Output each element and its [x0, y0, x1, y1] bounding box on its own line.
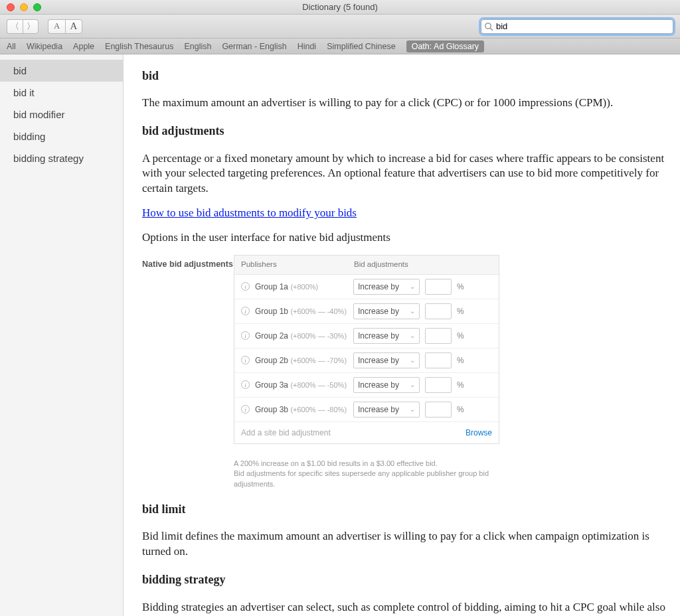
- info-icon[interactable]: i: [241, 380, 250, 389]
- column-header-bid-adjustments: Bid adjustments: [347, 256, 499, 274]
- heading-bidding-strategy: bidding strategy: [142, 572, 671, 587]
- publisher-label: Group 2b (+600% — -70%): [255, 355, 348, 366]
- adjustment-dropdown[interactable]: Increase by⌄: [353, 303, 420, 319]
- definition-bid-limit: Bid limit defines the maximum amount an …: [142, 529, 671, 560]
- percent-input[interactable]: [425, 279, 452, 295]
- chevron-down-icon: ⌄: [410, 307, 415, 316]
- decrease-font-button[interactable]: A: [48, 19, 65, 34]
- info-icon[interactable]: i: [241, 282, 250, 291]
- source-tab-english[interactable]: English: [184, 42, 211, 51]
- percent-sign: %: [457, 404, 464, 415]
- options-caption: Options in the user interface for native…: [142, 230, 671, 246]
- source-tab-oath-ad-glossary[interactable]: Oath: Ad Glossary: [406, 40, 484, 52]
- sidebar-item-bid-modifier[interactable]: bid modifier: [0, 104, 123, 125]
- chevron-down-icon: ⌄: [410, 380, 415, 390]
- adjustment-dropdown[interactable]: Increase by⌄: [353, 279, 420, 295]
- forward-button[interactable]: 〉: [23, 19, 39, 34]
- source-tab-apple[interactable]: Apple: [73, 42, 94, 51]
- info-icon[interactable]: i: [241, 307, 250, 315]
- table-row: iGroup 2b (+600% — -70%)Increase by⌄%: [234, 348, 499, 373]
- table-row: iGroup 2a (+800% — -30%)Increase by⌄%: [234, 324, 499, 348]
- percent-sign: %: [457, 355, 464, 366]
- article-content: bid The maximum amount an advertiser is …: [124, 54, 680, 616]
- heading-bid: bid: [142, 68, 671, 84]
- table-side-label: Native bid adjustments: [142, 255, 234, 270]
- source-tab-hindi[interactable]: Hindi: [298, 42, 317, 51]
- search-field-wrap: [481, 19, 673, 34]
- chevron-left-icon: 〈: [11, 21, 19, 33]
- percent-input[interactable]: [425, 402, 452, 418]
- source-tab-wikipedia[interactable]: Wikipedia: [27, 42, 62, 51]
- chevron-down-icon: ⌄: [410, 282, 415, 291]
- howto-link[interactable]: How to use bid adustments to modify your…: [142, 206, 357, 219]
- heading-bid-adjustments: bid adjustments: [142, 123, 671, 139]
- zoom-window-button[interactable]: [33, 3, 41, 11]
- adjustment-dropdown[interactable]: Increase by⌄: [353, 402, 420, 418]
- search-input[interactable]: [481, 19, 673, 34]
- increase-font-button[interactable]: A: [65, 19, 82, 34]
- info-icon[interactable]: i: [241, 405, 250, 414]
- sidebar-item-bidding-strategy[interactable]: bidding strategy: [0, 147, 123, 169]
- publisher-label: Group 3b (+600% — -80%): [255, 404, 348, 415]
- browse-link[interactable]: Browse: [466, 427, 492, 438]
- source-tab-all[interactable]: All: [7, 42, 16, 51]
- percent-sign: %: [457, 306, 464, 317]
- toolbar: 〈 〉 A A: [0, 15, 680, 38]
- add-site-placeholder[interactable]: Add a site bid adjustment: [241, 427, 331, 438]
- chevron-down-icon: ⌄: [410, 331, 415, 341]
- adjustment-dropdown[interactable]: Increase by⌄: [353, 352, 420, 368]
- table-row: iGroup 3b (+600% — -80%)Increase by⌄%: [234, 398, 499, 422]
- sidebar-item-bidding[interactable]: bidding: [0, 125, 123, 147]
- table-row: iGroup 3a (+800% — -50%)Increase by⌄%: [234, 373, 499, 398]
- window-controls: [7, 3, 41, 11]
- bid-adjustments-table: Native bid adjustments Publishers Bid ad…: [142, 255, 671, 444]
- info-icon[interactable]: i: [241, 356, 250, 364]
- percent-sign: %: [457, 380, 464, 390]
- publisher-label: Group 1a (+800%): [255, 281, 348, 292]
- sidebar-item-bid-it[interactable]: bid it: [0, 82, 123, 104]
- percent-input[interactable]: [425, 352, 452, 368]
- adjustment-dropdown[interactable]: Increase by⌄: [353, 328, 420, 344]
- titlebar: Dictionary (5 found): [0, 0, 680, 15]
- back-button[interactable]: 〈: [7, 19, 23, 34]
- table-hint: A 200% increase on a $1.00 bid results i…: [142, 455, 494, 489]
- chevron-down-icon: ⌄: [410, 356, 415, 365]
- heading-bid-limit: bid limit: [142, 501, 671, 517]
- definition-bid-adjustments: A percentage or a fixed monetary amount …: [142, 151, 671, 197]
- source-tab-german-english[interactable]: German - English: [222, 42, 286, 51]
- definition-bidding-strategy: Bidding strategies an advertiser can sel…: [142, 600, 671, 616]
- results-sidebar: bidbid itbid modifierbiddingbidding stra…: [0, 54, 124, 616]
- close-window-button[interactable]: [7, 3, 15, 11]
- source-bar: AllWikipediaAppleEnglish ThesaurusEnglis…: [0, 38, 680, 54]
- window-title: Dictionary (5 found): [302, 2, 377, 12]
- table-row: iGroup 1a (+800%)Increase by⌄%: [234, 275, 499, 299]
- search-icon: [484, 22, 493, 31]
- source-tab-english-thesaurus[interactable]: English Thesaurus: [105, 42, 173, 51]
- source-tab-simplified-chinese[interactable]: Simplified Chinese: [327, 42, 396, 51]
- percent-sign: %: [457, 281, 464, 292]
- percent-input[interactable]: [425, 328, 452, 344]
- svg-line-1: [490, 28, 492, 30]
- chevron-right-icon: 〉: [27, 21, 35, 33]
- publisher-label: Group 1b (+600% — -40%): [255, 306, 348, 317]
- info-icon[interactable]: i: [241, 331, 250, 340]
- definition-bid: The maximum amount an advertiser is will…: [142, 96, 671, 111]
- table-row: iGroup 1b (+600% — -40%)Increase by⌄%: [234, 299, 499, 324]
- column-header-publishers: Publishers: [234, 256, 347, 274]
- publisher-label: Group 2a (+800% — -30%): [255, 331, 348, 341]
- percent-input[interactable]: [425, 303, 452, 319]
- adjustment-dropdown[interactable]: Increase by⌄: [353, 377, 420, 393]
- percent-sign: %: [457, 331, 464, 341]
- chevron-down-icon: ⌄: [410, 405, 415, 414]
- minimize-window-button[interactable]: [20, 3, 28, 11]
- publisher-label: Group 3a (+800% — -50%): [255, 380, 348, 390]
- sidebar-item-bid[interactable]: bid: [0, 60, 123, 82]
- percent-input[interactable]: [425, 377, 452, 393]
